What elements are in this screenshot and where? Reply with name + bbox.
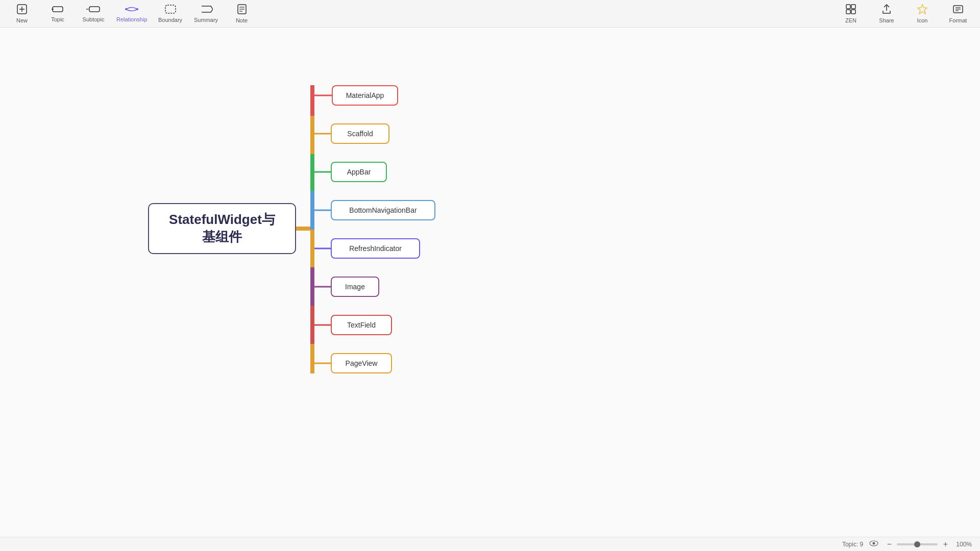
- svg-rect-18: [851, 10, 855, 14]
- textfield-node[interactable]: TextField: [331, 315, 392, 335]
- zoom-out-button[interactable]: −: [885, 540, 894, 549]
- bottomnav-label: BottomNavigationBar: [349, 206, 416, 214]
- zoom-controls: − +: [885, 540, 950, 549]
- eye-icon: [869, 540, 878, 548]
- topic-count: Topic: 9: [842, 541, 863, 548]
- zen-button[interactable]: ZEN: [833, 0, 869, 28]
- zen-label: ZEN: [845, 17, 856, 23]
- subtopic-button[interactable]: Subtopic: [76, 0, 111, 28]
- svg-rect-15: [846, 5, 850, 9]
- central-node[interactable]: StatefulWidget与 基组件: [148, 203, 296, 254]
- central-node-text: StatefulWidget与 基组件: [169, 211, 275, 246]
- format-button[interactable]: Format: [940, 0, 976, 28]
- summary-icon: [200, 4, 213, 16]
- svg-point-8: [125, 8, 127, 10]
- pageview-node[interactable]: PageView: [331, 353, 392, 373]
- note-icon: [237, 4, 247, 16]
- svg-point-9: [136, 8, 138, 10]
- toolbar: New Topic Subtopic Relationship Boundary…: [0, 0, 980, 28]
- svg-rect-6: [89, 7, 100, 12]
- format-label: Format: [949, 17, 967, 23]
- share-label: Share: [879, 17, 894, 23]
- share-icon: [881, 4, 892, 16]
- canvas[interactable]: StatefulWidget与 基组件 MaterialApp Scaffold…: [0, 28, 980, 537]
- topic-label: Topic: [51, 16, 64, 22]
- boundary-icon: [164, 4, 177, 16]
- summary-label: Summary: [194, 17, 218, 23]
- new-button[interactable]: New: [4, 0, 40, 28]
- summary-button[interactable]: Summary: [188, 0, 224, 28]
- refresh-node[interactable]: RefreshIndicator: [331, 238, 420, 259]
- subtopic-icon: [86, 5, 101, 15]
- relationship-button[interactable]: Relationship: [111, 0, 153, 28]
- zoom-in-button[interactable]: +: [941, 540, 950, 549]
- topic-button[interactable]: Topic: [40, 0, 76, 28]
- svg-rect-3: [53, 7, 63, 12]
- svg-rect-10: [165, 5, 176, 13]
- textfield-label: TextField: [347, 321, 376, 329]
- pageview-label: PageView: [346, 359, 378, 367]
- svg-rect-16: [851, 5, 855, 9]
- toolbar-right: ZEN Share Icon Format: [833, 0, 976, 28]
- subtopic-label: Subtopic: [83, 16, 105, 22]
- share-button[interactable]: Share: [869, 0, 904, 28]
- image-label: Image: [345, 283, 365, 291]
- svg-rect-17: [846, 10, 850, 14]
- relationship-label: Relationship: [116, 16, 148, 22]
- format-icon: [952, 4, 964, 16]
- zoom-level: 100%: [956, 541, 972, 548]
- new-label: New: [16, 17, 28, 23]
- note-button[interactable]: Note: [224, 0, 260, 28]
- zoom-slider[interactable]: [897, 543, 938, 545]
- materialapp-node[interactable]: MaterialApp: [332, 85, 398, 106]
- icon-button[interactable]: Icon: [904, 0, 940, 28]
- scaffold-label: Scaffold: [347, 130, 373, 138]
- boundary-label: Boundary: [158, 17, 182, 23]
- materialapp-label: MaterialApp: [346, 91, 384, 99]
- new-icon: [16, 4, 28, 16]
- relationship-icon: [125, 5, 138, 15]
- image-node[interactable]: Image: [331, 277, 379, 297]
- boundary-button[interactable]: Boundary: [153, 0, 188, 28]
- scaffold-node[interactable]: Scaffold: [331, 123, 389, 144]
- bottomnav-node[interactable]: BottomNavigationBar: [331, 200, 435, 220]
- icon-label: Icon: [917, 17, 928, 23]
- appbar-label: AppBar: [347, 168, 371, 176]
- statusbar: Topic: 9 − + 100%: [0, 537, 980, 551]
- svg-marker-19: [918, 5, 927, 14]
- note-label: Note: [236, 17, 248, 23]
- svg-point-43: [873, 542, 875, 545]
- refresh-label: RefreshIndicator: [349, 244, 402, 253]
- connections-svg: [0, 28, 980, 537]
- zen-icon: [845, 4, 856, 16]
- icon-icon: [917, 4, 928, 16]
- appbar-node[interactable]: AppBar: [331, 162, 387, 182]
- topic-icon: [52, 5, 64, 15]
